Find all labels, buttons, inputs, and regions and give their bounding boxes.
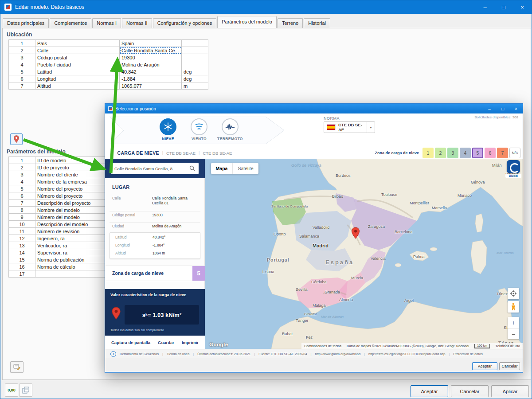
row-label: Código postal <box>35 54 120 61</box>
norma-dropdown[interactable]: CTE DB SE-AE ▾ <box>324 121 375 133</box>
zone-2-button[interactable]: 2 <box>435 148 446 158</box>
print-link[interactable]: Imprimir <box>182 340 199 345</box>
map-label: Mar Tirreno <box>497 251 514 255</box>
close-button[interactable]: × <box>513 0 532 14</box>
tab-normas-1[interactable]: Normas I <box>92 18 121 28</box>
note-pencil-icon <box>13 364 20 370</box>
search-icon[interactable] <box>189 165 195 171</box>
map-label: Tánger <box>296 318 309 323</box>
tab-parametros-del-modelo[interactable]: Parámetros del modelo <box>217 16 277 28</box>
footer-bar: 0,00 Aceptar Cancelar Aplicar <box>0 381 532 399</box>
ubicacion-header: Ubicación <box>7 31 32 38</box>
dialog-minimize-button[interactable]: – <box>483 104 496 113</box>
map-label: Sevilla <box>296 287 308 292</box>
privacy-link[interactable]: Protección de datos <box>453 352 482 356</box>
coordinates-card: Latitud 40.842° Longitud -1.884° Altitud… <box>110 232 200 259</box>
row-unit: deg <box>182 75 208 82</box>
row-value[interactable]: 40.842 <box>120 68 182 75</box>
geozone-tool-link[interactable]: Herramienta de Geozonas <box>120 352 159 356</box>
pegman-button[interactable] <box>508 301 519 313</box>
main-window: Editar modelo. Datos básicos – □ × Datos… <box>0 0 532 399</box>
aceptar-button[interactable]: Aceptar <box>411 385 448 397</box>
map-type-control: Mapa Satélite <box>211 163 258 174</box>
calle-value-cell[interactable]: Calle Rondalla Santa Ce... <box>120 47 182 54</box>
tab-normas-2[interactable]: Normas II <box>122 18 152 28</box>
row-unit: m <box>182 82 208 90</box>
map-marker-icon[interactable] <box>351 227 360 240</box>
terms-link[interactable]: Términos de uso <box>495 344 520 348</box>
separator: | <box>254 352 255 356</box>
row-unit <box>182 47 208 54</box>
dialog-titlebar[interactable]: Seleccionar posición <box>105 104 523 113</box>
row-number: 1 <box>9 40 35 47</box>
srtm-link[interactable]: http://efrm.csi.cgiar.org/SELECTION/inpu… <box>368 352 445 356</box>
dialog-maximize-button[interactable]: □ <box>496 104 509 113</box>
map-label: Santiago de Compostela <box>271 204 308 208</box>
map-type-mapa-button[interactable]: Mapa <box>211 163 233 174</box>
screenshot-link[interactable]: Captura de pantalla <box>111 340 150 345</box>
titlebar[interactable]: Editar modelo. Datos básicos <box>0 0 532 14</box>
separator: | <box>162 151 163 155</box>
zone-3-button[interactable]: 3 <box>447 148 458 158</box>
row-number: 5 <box>9 185 35 192</box>
zone-7-button[interactable]: 7 <box>497 148 508 158</box>
map-label: Túnez <box>497 292 508 296</box>
longitud-value: -1.884° <box>153 243 165 247</box>
dialog-aceptar-button[interactable]: Aceptar <box>472 362 497 370</box>
mode-nieve[interactable]: NIEVE <box>150 118 186 141</box>
map-canvas[interactable]: Golfo de Vizcaya Burdeos Toulouse Montpe… <box>205 159 523 349</box>
dialog-cancelar-button[interactable]: Cancelar <box>499 362 520 370</box>
panels-button[interactable] <box>19 383 32 397</box>
maximize-button[interactable]: □ <box>494 0 513 14</box>
zoom-in-button[interactable]: + <box>508 317 519 329</box>
row-number: 9 <box>9 214 35 221</box>
row-value[interactable]: -1.884 <box>120 75 182 82</box>
map-label: Mónaco <box>458 193 472 198</box>
map-type-satelite-button[interactable]: Satélite <box>233 163 258 174</box>
mode-viento-label: VIENTO <box>181 137 217 141</box>
zone-4-button[interactable]: 4 <box>460 148 471 158</box>
chevron-down-icon[interactable]: ▾ <box>367 122 375 133</box>
decimal-precision-button[interactable]: 0,00 <box>5 383 18 397</box>
map-terrain <box>205 159 523 349</box>
row-number: 3 <box>9 171 35 178</box>
save-link[interactable]: Guardar <box>158 340 174 345</box>
row-value[interactable]: Molina de Aragón <box>120 61 182 68</box>
tab-terreno[interactable]: Terreno <box>278 18 303 28</box>
cancelar-button[interactable]: Cancelar <box>451 385 489 397</box>
row-value[interactable]: 19300 <box>120 54 182 61</box>
keyboard-shortcuts-link[interactable]: Combinaciones de teclas <box>304 344 341 348</box>
tab-datos-principales[interactable]: Datos principales <box>3 18 49 28</box>
dlubal-logo-caption: Dlubal <box>505 174 521 178</box>
zoom-out-button[interactable]: − <box>508 329 519 340</box>
zone-6-button[interactable]: 6 <box>485 148 496 158</box>
row-value[interactable]: Spain <box>120 40 182 47</box>
map-label: Bilbao <box>332 194 343 199</box>
select-position-on-map-button[interactable] <box>10 133 23 145</box>
tab-historial[interactable]: Historial <box>304 18 330 28</box>
shop-link[interactable]: Tienda en línea <box>167 352 189 356</box>
source-text: Fuente: CTE DB SE-AE 2009-04 <box>258 352 307 356</box>
aplicar-button[interactable]: Aplicar <box>491 385 529 397</box>
available-requests: Solicitudes disponibles: 368 <box>474 115 518 119</box>
table-row: 2 Calle Calle Rondalla Santa Ce... <box>9 47 208 54</box>
row-number: 14 <box>9 249 35 256</box>
tab-complementos[interactable]: Complementos <box>50 18 91 28</box>
zone-na-button[interactable]: N/A <box>509 148 520 158</box>
load-band: ↓ CARGA DE NIEVE | CTE DB SE-AE | CTE DB… <box>105 147 523 159</box>
row-label: Altitud <box>35 82 120 90</box>
dialog-close-button[interactable]: × <box>509 104 523 113</box>
separator: | <box>162 352 163 356</box>
minimize-button[interactable]: – <box>476 0 494 14</box>
my-location-button[interactable] <box>508 288 519 299</box>
row-value[interactable]: 1065.077 <box>120 82 182 90</box>
table-row: 7 Altitud 1065.077 m <box>9 82 208 90</box>
address-search-input[interactable] <box>111 163 199 174</box>
mode-viento[interactable]: VIENTO <box>181 118 217 141</box>
zone-1-button[interactable]: 1 <box>422 148 434 158</box>
gadm-link[interactable]: http://www.gadm.org/download <box>315 352 361 356</box>
mode-terremoto[interactable]: TERREMOTO <box>212 118 248 141</box>
zone-5-button-selected[interactable]: 5 <box>472 148 483 158</box>
tab-configuracion[interactable]: Configuración y opciones <box>153 18 217 28</box>
comment-button[interactable] <box>10 361 23 373</box>
